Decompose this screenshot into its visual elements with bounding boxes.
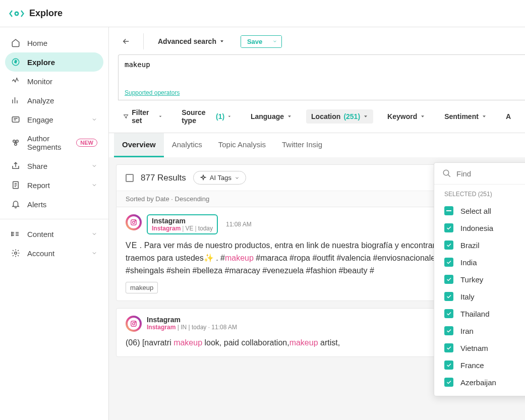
checkbox-checked[interactable] [444, 343, 453, 352]
sparkle-icon [200, 174, 207, 182]
sidebar-item-label: Explore [27, 58, 55, 67]
checkbox-checked[interactable] [444, 275, 453, 284]
more-filters[interactable]: A [501, 109, 516, 124]
report-icon [11, 181, 20, 190]
sidebar-item-engage[interactable]: Engage [5, 110, 103, 129]
top-header: Explore [0, 0, 525, 27]
share-icon [11, 161, 20, 170]
ai-tags-button[interactable]: AI Tags [193, 171, 246, 185]
sidebar: Home Explore Monitor Analyze Engage [0, 27, 109, 420]
page-title: Explore [29, 8, 63, 19]
location-option[interactable]: Azerbaijan 26 [434, 374, 525, 391]
sidebar-item-share[interactable]: Share [5, 156, 103, 175]
highlighted-term: makeup [173, 338, 202, 347]
select-all-row[interactable]: Select all [434, 202, 525, 219]
location-label: India [460, 258, 525, 267]
search-input[interactable] [125, 61, 519, 69]
sidebar-item-report[interactable]: Report [5, 175, 103, 195]
location-option[interactable]: Iran 35 [434, 322, 525, 339]
highlighted-term: makeup [225, 254, 254, 262]
sidebar-item-home[interactable]: Home [5, 33, 103, 52]
filter-label: Keyword [387, 112, 417, 121]
back-button[interactable] [118, 33, 134, 49]
dropdown-list[interactable]: Select all Indonesia 227 Brazil 102 Indi… [434, 202, 525, 396]
checkbox-checked[interactable] [444, 326, 453, 335]
source-type-dropdown[interactable]: Source type (1) [177, 105, 237, 128]
toolbar-separator [143, 33, 144, 49]
dropdown-find-input[interactable] [456, 169, 525, 178]
checkbox-checked[interactable] [444, 241, 453, 250]
svg-point-14 [133, 221, 135, 224]
tab-twitter-insights[interactable]: Twitter Insig [274, 133, 330, 157]
sentiment-dropdown[interactable]: Sentiment [439, 109, 492, 124]
sidebar-item-label: Author Segments [27, 134, 67, 151]
advanced-search-dropdown[interactable]: Advanced search [153, 34, 229, 48]
svg-point-17 [133, 323, 135, 325]
sidebar-item-label: Analyze [27, 96, 54, 105]
checkbox-indeterminate[interactable] [444, 206, 453, 215]
sidebar-item-monitor[interactable]: Monitor [5, 72, 103, 91]
filter-label: Sentiment [444, 112, 479, 121]
location-option[interactable]: Italy 53 [434, 288, 525, 305]
result-platform: Instagram [147, 316, 237, 324]
caret-down-icon [420, 114, 425, 119]
filter-set-dropdown[interactable]: Filter set [118, 105, 167, 128]
tab-overview[interactable]: Overview [114, 133, 164, 157]
svg-point-9 [12, 233, 13, 234]
result-date: today [198, 225, 213, 232]
content-icon [11, 229, 20, 238]
supported-operators-link[interactable]: Supported operators [125, 89, 180, 96]
logo-icon [9, 9, 24, 19]
select-all-label: Select all [460, 207, 525, 215]
checkbox-checked[interactable] [444, 361, 453, 370]
filter-label: Source type [182, 108, 213, 125]
location-option[interactable]: Vietnam 32 [434, 339, 525, 356]
checkbox-checked[interactable] [444, 223, 453, 232]
avatar [126, 316, 142, 332]
sidebar-item-explore[interactable]: Explore [5, 52, 103, 72]
sidebar-item-label: Engage [27, 115, 53, 124]
new-badge: NEW [76, 139, 97, 147]
logo[interactable]: Explore [9, 8, 63, 19]
save-dropdown[interactable] [268, 36, 281, 47]
checkbox-checked[interactable] [444, 292, 453, 301]
caret-down-icon [482, 114, 487, 119]
location-dropdown-trigger[interactable]: Location (251) [306, 109, 373, 124]
location-option[interactable]: Thailand 36 [434, 305, 525, 322]
svg-point-10 [12, 235, 13, 236]
location-label: Indonesia [460, 224, 525, 232]
checkbox-checked[interactable] [444, 378, 453, 387]
select-all-checkbox[interactable] [126, 174, 134, 182]
sidebar-item-alerts[interactable]: Alerts [5, 195, 103, 214]
sidebar-item-account[interactable]: Account [5, 244, 103, 263]
highlighted-term: makeup [289, 338, 318, 347]
location-option[interactable]: Turkey 69 [434, 271, 525, 288]
location-option[interactable]: Indonesia 227 [434, 219, 525, 236]
result-source[interactable]: Instagram [147, 324, 176, 331]
sidebar-item-content[interactable]: Content [5, 224, 103, 244]
location-option[interactable]: France 30 [434, 356, 525, 374]
sidebar-item-author-segments[interactable]: Author Segments NEW [5, 129, 103, 156]
filter-icon [123, 113, 129, 120]
language-dropdown[interactable]: Language [246, 109, 297, 124]
checkbox-checked[interactable] [444, 258, 453, 267]
filter-label: Location [311, 112, 340, 121]
tab-topic-analysis[interactable]: Topic Analysis [210, 133, 274, 157]
result-tag[interactable]: makeup [126, 282, 158, 293]
search-box: Supported operators [118, 54, 525, 100]
checkbox-checked[interactable] [444, 309, 453, 318]
tab-analytics[interactable]: Analytics [164, 133, 210, 157]
sidebar-item-label: Content [27, 230, 54, 238]
avatar [126, 214, 142, 230]
save-button[interactable]: Save [241, 36, 268, 47]
sidebar-item-analyze[interactable]: Analyze [5, 91, 103, 110]
keyword-dropdown[interactable]: Keyword [382, 109, 430, 124]
result-source[interactable]: Instagram [152, 225, 181, 232]
filter-count: (251) [343, 112, 360, 121]
result-location: IN [181, 324, 187, 331]
location-option[interactable]: India 100 [434, 254, 525, 271]
svg-point-8 [12, 232, 13, 233]
tabs: Overview Analytics Topic Analysis Twitte… [109, 133, 525, 157]
location-option[interactable]: Brazil 102 [434, 236, 525, 254]
location-label: Italy [460, 292, 525, 301]
